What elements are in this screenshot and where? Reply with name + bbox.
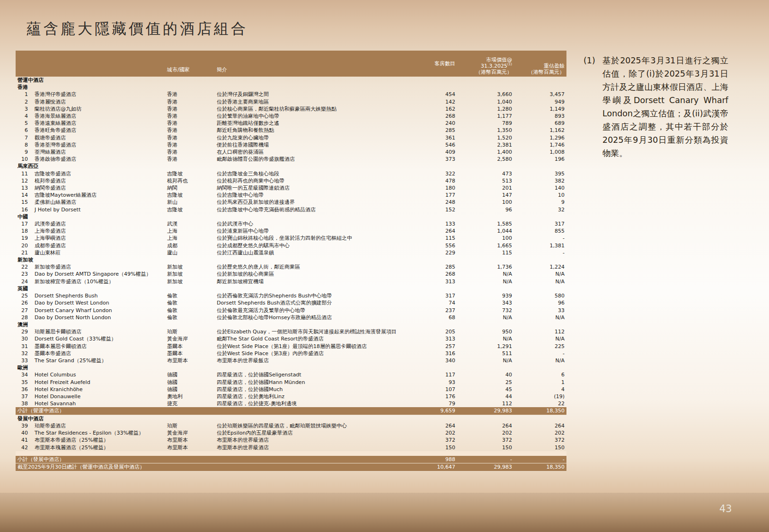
surplus-value: 140	[514, 184, 566, 192]
market-value: 939	[457, 292, 514, 299]
row-number: 22	[16, 263, 33, 270]
hotel-description: 位於West Side Place（第1座）最頂端的18層的麗思卡爾頓酒店	[215, 343, 419, 350]
table-row: 37Hotel Donauwelle奧地利四星級酒店，位於奧地利Linz1764…	[16, 393, 566, 400]
region-label: 英國	[16, 285, 566, 292]
hotel-city: 倫敦	[165, 307, 215, 314]
rooms-value: 176	[419, 393, 457, 400]
rooms-value: 478	[419, 177, 457, 184]
hotel-description: 毗鄰啟德體育公園的帝盛旗艦酒店	[215, 156, 419, 163]
rooms-value: 361	[419, 134, 457, 141]
region-label: 馬來西亞	[16, 163, 566, 170]
table-header: 城市/國家 簡介 客房數目 市場價值@ 31.3.2025(1) （港幣百萬元）…	[16, 51, 566, 77]
subtotal-market-value: 29,983	[457, 463, 514, 471]
hotel-description: 位於江西廬山山麓溫泉鎮	[215, 249, 419, 256]
row-number: 42	[16, 444, 33, 451]
market-value: 513	[457, 177, 514, 184]
rooms-value: 115	[419, 235, 457, 242]
surplus-value: 1,162	[514, 127, 566, 134]
rooms-value: 454	[419, 91, 457, 98]
market-value: N/A	[457, 357, 514, 364]
surplus-value: 6	[514, 371, 566, 378]
table-row: 17武漢帝盛酒店武漢位於武漢市中心1331,585317	[16, 220, 566, 227]
rooms-value: 237	[419, 307, 457, 314]
surplus-value: 949	[514, 98, 566, 105]
hotel-city: 墨爾本	[165, 350, 215, 357]
subtotal-label: 小計（發展中酒店）	[16, 456, 419, 463]
surplus-value: 317	[514, 220, 566, 227]
region-label: 中國	[16, 213, 566, 220]
hotel-portfolio-table: 城市/國家 簡介 客房數目 市場價值@ 31.3.2025(1) （港幣百萬元）…	[16, 51, 566, 471]
group-label: 發展中酒店	[16, 415, 566, 422]
hotel-city: 珀斯	[165, 328, 215, 335]
hotel-city: 廬山	[165, 249, 215, 256]
market-value: 44	[457, 393, 514, 400]
hotel-description: 位於Epsilon內的五星級豪華酒店	[215, 429, 419, 436]
hotel-name: 香港灣仔帝盛酒店	[33, 91, 165, 98]
surplus-value: 689	[514, 120, 566, 127]
header-rooms: 客房數目	[419, 51, 457, 77]
hotel-city: 新加坡	[165, 270, 215, 278]
hotel-name: 香港海景絲麗酒店	[33, 113, 165, 120]
market-value: N/A	[457, 278, 514, 285]
market-value: 115	[457, 249, 514, 256]
table-row: 22新加坡帝盛酒店新加坡位於歷史悠久的唐人街，鄰近商業區2851,7361,22…	[16, 263, 566, 270]
market-value: 789	[457, 120, 514, 127]
hotel-description: 位於繁華的油麻地中心地帶	[215, 113, 419, 120]
table-row: 33The Star Grand（25%權益）布里斯本布里斯本的世界級飯店340…	[16, 357, 566, 364]
row-number: 4	[16, 113, 33, 120]
hotel-city: 香港	[165, 134, 215, 141]
row-number: 1	[16, 91, 33, 98]
surplus-value: 202	[514, 429, 566, 436]
hotel-description: 布里斯本的世界級酒店	[215, 444, 419, 451]
table-row: 6香港旺角帝盛酒店香港鄰近旺角購物和餐飲熱點2851,3501,162	[16, 127, 566, 134]
hotel-description: 位於九龍東的心臟地帶	[215, 134, 419, 141]
hotel-name: Dorsett Gold Coast（33%權益）	[33, 335, 165, 342]
hotel-description: 四星級酒店，位於德國Seligenstadt	[215, 371, 419, 378]
table-row: 3蘭桂坊酒店@九如坊香港位於核心商業區，鄰近蘭桂坊和蘇豪區兩大娛樂熱點1621,…	[16, 105, 566, 113]
hotel-city: 倫敦	[165, 314, 215, 321]
surplus-value: 1,008	[514, 148, 566, 156]
footnote-marker: (1)	[583, 54, 595, 67]
rooms-value: 202	[419, 429, 457, 436]
header-surplus: 重估盈餘 （港幣百萬元）	[514, 51, 566, 77]
hotel-description: 位於倫敦最充滿活力及繁華的中心地帶	[215, 307, 419, 314]
surplus-value: 1,296	[514, 134, 566, 141]
row-number: 10	[16, 156, 33, 163]
hotel-name: 成都帝盛酒店	[33, 242, 165, 249]
surplus-value: N/A	[514, 278, 566, 285]
hotel-description: 位於吉隆坡中心地帶	[215, 192, 419, 199]
table-row: 小計（發展中酒店）988--	[16, 456, 566, 463]
row-number: 40	[16, 429, 33, 436]
hotel-city: 倫敦	[165, 292, 215, 299]
hotel-description: 位於West Side Place（第3座）內的帝盛酒店	[215, 350, 419, 357]
row-number: 17	[16, 220, 33, 227]
hotel-name: 珀斯帝盛酒店	[33, 422, 165, 429]
row-number: 24	[16, 278, 33, 285]
hotel-description: 位於Elizabeth Quay，一個把珀斯市與天鵝河連接起來的標誌性海濱發展項…	[215, 328, 419, 335]
rooms-value: 107	[419, 386, 457, 393]
row-number: 37	[16, 393, 33, 400]
rooms-value: 68	[419, 314, 457, 321]
rooms-value: 93	[419, 379, 457, 386]
table-row: 澳洲	[16, 321, 566, 328]
rooms-value: 248	[419, 199, 457, 206]
header-desc: 簡介	[215, 51, 419, 77]
hotel-name: Dorsett Shepherds Bush	[33, 292, 165, 299]
market-value: 100	[457, 235, 514, 242]
header-market-value-line1: 市場價值@	[459, 57, 512, 63]
table-row: 英國	[16, 285, 566, 292]
hotel-name: 觀塘帝盛酒店	[33, 134, 165, 141]
hotel-description: 布里斯本的世界級酒店	[215, 436, 419, 444]
hotel-city: 香港	[165, 105, 215, 113]
rooms-value: 264	[419, 422, 457, 429]
market-value: 3,660	[457, 91, 514, 98]
subtotal-market-value: 29,983	[457, 407, 514, 415]
market-value: 732	[457, 307, 514, 314]
hotel-city: 奧地利	[165, 393, 215, 400]
footnote-text: 基於2025年3月31日進行之獨立估值，除了(i)於2025年3月31日方計及之…	[602, 56, 728, 158]
table-row: 12梳邦帝盛酒店梳邦再也位於梳邦再也的商業中心地帶478513382	[16, 177, 566, 184]
hotel-city: 香港	[165, 98, 215, 105]
subtotal-market-value: -	[457, 456, 514, 463]
hotel-description: 四星級酒店，位於奧地利Linz	[215, 393, 419, 400]
market-value: N/A	[457, 335, 514, 342]
